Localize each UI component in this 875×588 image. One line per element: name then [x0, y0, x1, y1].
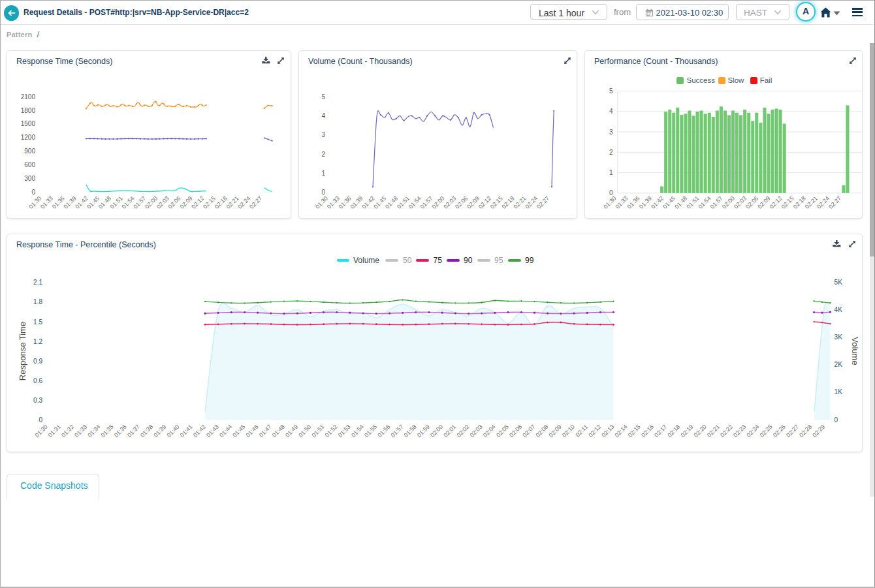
svg-text:02:19: 02:19 — [680, 424, 695, 439]
svg-text:02:23: 02:23 — [732, 424, 747, 439]
svg-text:01:55: 01:55 — [363, 424, 378, 439]
svg-text:02:00: 02:00 — [144, 195, 159, 210]
svg-text:02:15: 02:15 — [202, 195, 217, 210]
svg-text:01:33: 01:33 — [73, 424, 88, 439]
svg-text:1200: 1200 — [21, 134, 36, 141]
svg-text:01:30: 01:30 — [602, 195, 617, 210]
svg-text:01:45: 01:45 — [661, 195, 676, 210]
svg-text:01:33: 01:33 — [614, 195, 629, 210]
svg-text:01:52: 01:52 — [324, 424, 339, 439]
svg-text:01:32: 01:32 — [60, 424, 75, 439]
svg-text:02:21: 02:21 — [512, 195, 527, 210]
svg-text:01:42: 01:42 — [650, 195, 665, 210]
svg-text:02:03: 02:03 — [442, 195, 457, 210]
svg-text:3: 3 — [609, 129, 613, 136]
svg-text:5: 5 — [609, 87, 613, 95]
svg-text:900: 900 — [24, 147, 35, 155]
svg-text:2: 2 — [321, 151, 325, 158]
svg-text:02:12: 02:12 — [769, 195, 784, 210]
svg-text:01:48: 01:48 — [271, 424, 286, 439]
svg-text:02:01: 02:01 — [442, 424, 457, 439]
svg-text:02:29: 02:29 — [811, 424, 826, 439]
svg-text:01:57: 01:57 — [709, 195, 724, 210]
svg-text:0.9: 0.9 — [33, 358, 42, 365]
svg-text:01:36: 01:36 — [51, 195, 66, 210]
svg-text:01:48: 01:48 — [97, 195, 112, 210]
svg-text:02:03: 02:03 — [469, 424, 484, 439]
svg-text:3K: 3K — [835, 333, 843, 341]
svg-text:01:54: 01:54 — [121, 195, 136, 210]
svg-text:4: 4 — [609, 108, 613, 115]
svg-text:01:59: 01:59 — [416, 424, 431, 439]
svg-text:02:00: 02:00 — [431, 195, 446, 210]
svg-text:01:54: 01:54 — [697, 195, 712, 210]
svg-text:01:51: 01:51 — [396, 195, 411, 210]
svg-text:1.8: 1.8 — [33, 298, 42, 305]
svg-text:02:18: 02:18 — [501, 195, 516, 210]
svg-text:01:36: 01:36 — [626, 195, 641, 210]
svg-text:1.5: 1.5 — [33, 318, 42, 326]
svg-text:02:09: 02:09 — [466, 195, 481, 210]
svg-text:02:27: 02:27 — [535, 195, 550, 210]
svg-text:02:24: 02:24 — [816, 195, 831, 210]
svg-text:01:42: 01:42 — [74, 195, 89, 210]
svg-text:Volume: Volume — [850, 337, 860, 365]
svg-text:02:22: 02:22 — [719, 424, 734, 439]
svg-text:01:45: 01:45 — [372, 195, 387, 210]
svg-text:01:36: 01:36 — [113, 424, 128, 439]
svg-text:02:00: 02:00 — [429, 424, 444, 439]
svg-text:01:37: 01:37 — [126, 424, 141, 439]
svg-text:01:39: 01:39 — [152, 424, 167, 439]
svg-text:1.2: 1.2 — [33, 338, 42, 345]
svg-text:600: 600 — [24, 161, 35, 168]
svg-text:01:42: 01:42 — [360, 195, 375, 210]
svg-text:2.1: 2.1 — [33, 279, 42, 286]
svg-text:02:27: 02:27 — [785, 424, 800, 439]
svg-text:02:27: 02:27 — [248, 195, 263, 210]
svg-text:02:07: 02:07 — [521, 424, 536, 439]
svg-text:5K: 5K — [835, 279, 843, 286]
svg-text:01:51: 01:51 — [685, 195, 700, 210]
svg-text:02:27: 02:27 — [827, 195, 842, 210]
svg-text:01:54: 01:54 — [407, 195, 422, 210]
svg-text:01:33: 01:33 — [326, 195, 341, 210]
svg-text:4K: 4K — [835, 306, 843, 313]
svg-text:02:28: 02:28 — [798, 424, 813, 439]
svg-text:02:25: 02:25 — [759, 424, 774, 439]
svg-text:0: 0 — [31, 189, 35, 196]
svg-text:02:04: 02:04 — [482, 424, 497, 439]
svg-text:02:02: 02:02 — [456, 424, 471, 439]
svg-text:02:05: 02:05 — [495, 424, 510, 439]
svg-text:5: 5 — [321, 93, 325, 101]
svg-text:01:33: 01:33 — [39, 195, 54, 210]
svg-text:01:41: 01:41 — [179, 424, 194, 439]
svg-text:02:06: 02:06 — [454, 195, 469, 210]
svg-text:01:44: 01:44 — [218, 424, 233, 439]
svg-text:01:36: 01:36 — [338, 195, 353, 210]
svg-text:01:40: 01:40 — [166, 424, 181, 439]
svg-text:01:30: 01:30 — [34, 424, 49, 439]
svg-text:01:45: 01:45 — [231, 424, 246, 439]
svg-text:01:46: 01:46 — [245, 424, 260, 439]
svg-text:02:17: 02:17 — [653, 424, 668, 439]
svg-text:02:15: 02:15 — [627, 424, 642, 439]
svg-text:02:10: 02:10 — [561, 424, 576, 439]
svg-text:01:47: 01:47 — [258, 424, 273, 439]
svg-text:02:06: 02:06 — [167, 195, 182, 210]
svg-text:02:15: 02:15 — [780, 195, 795, 210]
svg-text:02:26: 02:26 — [772, 424, 787, 439]
svg-text:02:09: 02:09 — [548, 424, 563, 439]
svg-text:02:12: 02:12 — [477, 195, 492, 210]
svg-text:01:53: 01:53 — [337, 424, 352, 439]
svg-text:01:50: 01:50 — [297, 424, 312, 439]
svg-text:02:09: 02:09 — [179, 195, 194, 210]
svg-text:01:30: 01:30 — [314, 195, 329, 210]
svg-text:01:57: 01:57 — [132, 195, 147, 210]
svg-text:0: 0 — [39, 416, 42, 424]
svg-text:01:38: 01:38 — [139, 424, 154, 439]
svg-text:0: 0 — [321, 189, 325, 196]
svg-text:1: 1 — [609, 169, 613, 176]
svg-text:01:57: 01:57 — [419, 195, 434, 210]
svg-text:1800: 1800 — [21, 107, 36, 114]
svg-text:0.6: 0.6 — [33, 377, 42, 384]
